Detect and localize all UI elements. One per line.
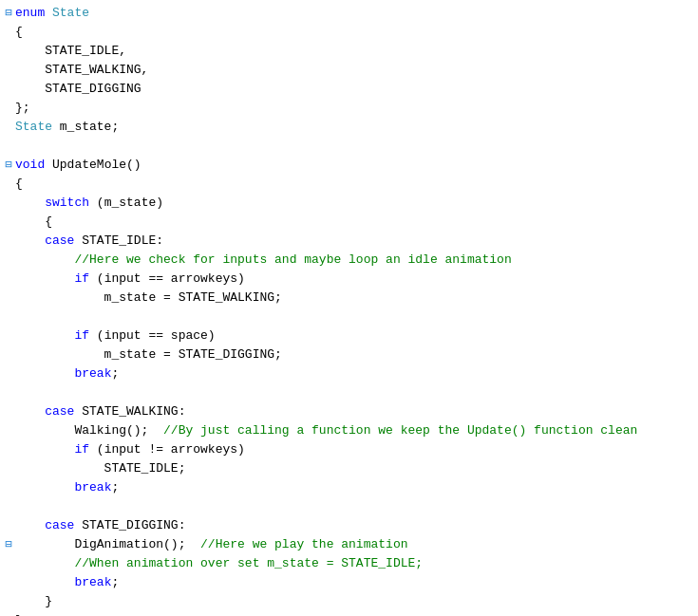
token: ; (111, 480, 119, 495)
token: case (45, 233, 74, 248)
gutter-icon (2, 137, 15, 138)
code-text: State m_state; (15, 118, 696, 137)
code-text: { (15, 213, 696, 232)
token: m_state; (52, 120, 119, 134)
code-line: m_state = STATE_DIGGING; (0, 345, 698, 364)
token (15, 252, 74, 267)
code-line: { (0, 23, 698, 42)
token: (input != arrowkeys) (89, 442, 245, 457)
token (15, 556, 74, 570)
token: { (15, 177, 23, 191)
code-line: STATE_IDLE, (0, 42, 698, 61)
token: (input == arrowkeys) (89, 271, 245, 286)
token: (input == space) (89, 328, 216, 343)
code-text: //Here we check for inputs and maybe loo… (15, 251, 696, 270)
gutter-icon (2, 459, 15, 460)
code-line: STATE_IDLE; (0, 459, 698, 478)
code-line (0, 308, 698, 327)
gutter-icon (2, 478, 15, 479)
code-line (0, 383, 698, 402)
token: STATE_IDLE, (15, 44, 126, 58)
token: case (45, 518, 74, 532)
code-line: ⊟ DigAnimation(); //Here we play the ani… (0, 535, 698, 554)
token: UpdateMole() (45, 158, 141, 172)
gutter-icon[interactable]: ⊟ (2, 4, 15, 22)
token (15, 404, 45, 419)
token: case (45, 404, 74, 419)
code-text: break; (15, 573, 696, 592)
token: (m_state) (89, 196, 163, 210)
token: //Here we check for inputs and maybe loo… (74, 252, 511, 267)
token: enum (15, 6, 52, 20)
token: STATE_IDLE; (15, 461, 185, 476)
code-text: DigAnimation(); //Here we play the anima… (15, 535, 696, 554)
code-text: if (input == arrowkeys) (15, 270, 696, 289)
code-text: } (15, 592, 696, 611)
token: break (74, 480, 111, 495)
gutter-icon (2, 497, 15, 498)
token: break (74, 575, 111, 589)
token (15, 233, 45, 248)
code-line: case STATE_WALKING: (0, 402, 698, 421)
code-text: //When animation over set m_state = STAT… (15, 554, 696, 573)
code-line: switch (m_state) (0, 194, 698, 213)
code-editor: ⊟enum State{ STATE_IDLE, STATE_WALKING, … (0, 0, 698, 616)
token: }; (15, 101, 30, 115)
token: { (15, 215, 52, 229)
gutter-icon (2, 308, 15, 308)
code-line: //When animation over set m_state = STAT… (0, 554, 698, 573)
gutter-icon (2, 99, 15, 100)
gutter-icon[interactable]: ⊟ (2, 156, 15, 174)
token: } (15, 594, 52, 608)
code-line: { (0, 175, 698, 194)
code-line: break; (0, 364, 698, 383)
gutter-icon (2, 402, 15, 403)
token (15, 480, 74, 495)
token: if (74, 328, 89, 343)
token (15, 271, 74, 286)
code-text: { (15, 175, 696, 194)
token: ; (111, 575, 119, 589)
code-text: if (input == space) (15, 327, 696, 345)
gutter-icon (2, 345, 15, 346)
gutter-icon[interactable]: ⊟ (2, 535, 15, 553)
gutter-icon (2, 383, 15, 384)
code-line (0, 137, 698, 156)
code-line: }; (0, 99, 698, 118)
code-text: } (15, 611, 696, 616)
gutter-icon (2, 175, 15, 176)
code-text: m_state = STATE_DIGGING; (15, 345, 696, 364)
token: //By just calling a function we keep the… (163, 423, 637, 438)
token: DigAnimation(); (15, 537, 200, 551)
code-line: { (0, 213, 698, 232)
token (15, 518, 45, 532)
code-line: Walking(); //By just calling a function … (0, 421, 698, 440)
code-line: STATE_WALKING, (0, 61, 698, 80)
gutter-icon (2, 421, 15, 422)
gutter-icon (2, 194, 15, 195)
token (15, 442, 74, 457)
code-text: m_state = STATE_WALKING; (15, 289, 696, 308)
token: //Here we play the animation (200, 537, 407, 551)
token (15, 196, 45, 210)
code-line: if (input == arrowkeys) (0, 270, 698, 289)
token: void (15, 158, 45, 172)
code-line: ⊟enum State (0, 4, 698, 23)
code-text: STATE_DIGGING (15, 80, 696, 99)
gutter-icon (2, 364, 15, 365)
token: m_state = STATE_DIGGING; (15, 347, 282, 362)
token: STATE_DIGGING: (74, 518, 185, 532)
gutter-icon (2, 61, 15, 62)
gutter-icon (2, 270, 15, 271)
token: break (74, 366, 111, 381)
token: m_state = STATE_WALKING; (15, 290, 282, 305)
code-line: if (input == space) (0, 327, 698, 345)
code-text: }; (15, 99, 696, 118)
token: STATE_DIGGING (15, 82, 141, 96)
code-text: case STATE_DIGGING: (15, 516, 696, 535)
gutter-icon (2, 42, 15, 43)
code-line: break; (0, 478, 698, 497)
token: State (15, 120, 52, 134)
gutter-icon (2, 440, 15, 441)
token: { (15, 25, 23, 39)
